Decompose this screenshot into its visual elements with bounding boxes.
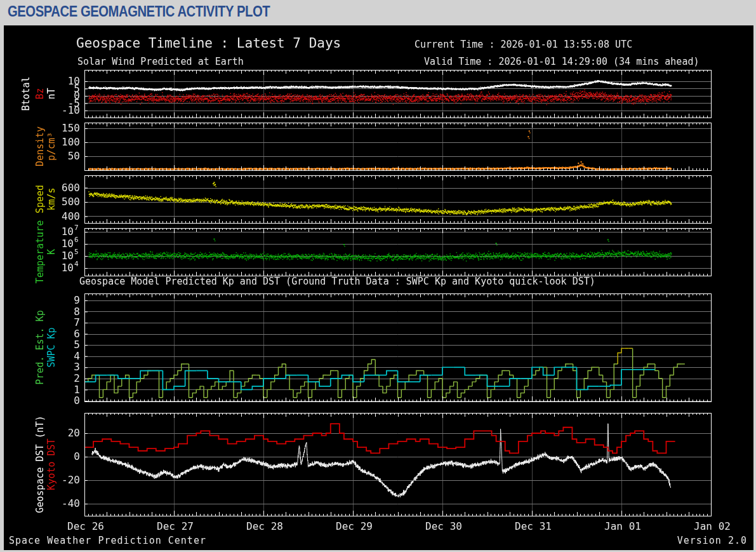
footer-credit: Space Weather Prediction Center — [9, 535, 206, 546]
geospace-plot-panel: Geospace Timeline : Latest 7 Days Solar … — [4, 25, 753, 550]
plot-subtitle: Solar Wind Predicted at Earth — [77, 56, 244, 67]
page-title: GEOSPACE GEOMAGNETIC ACTIVITY PLOT — [8, 3, 270, 20]
footer-version: Version 2.0 — [677, 535, 747, 546]
geospace-plot-canvas — [5, 27, 752, 549]
current-time-label: Current Time : 2026-01-01 13:55:08 UTC — [414, 39, 632, 50]
kp-dst-section-header: Geospace Model Predicted Kp and DST (Gro… — [79, 276, 595, 287]
valid-time-label: Valid Time : 2026-01-01 14:29:00 (34 min… — [424, 56, 699, 67]
plot-title: Geospace Timeline : Latest 7 Days — [76, 36, 341, 51]
